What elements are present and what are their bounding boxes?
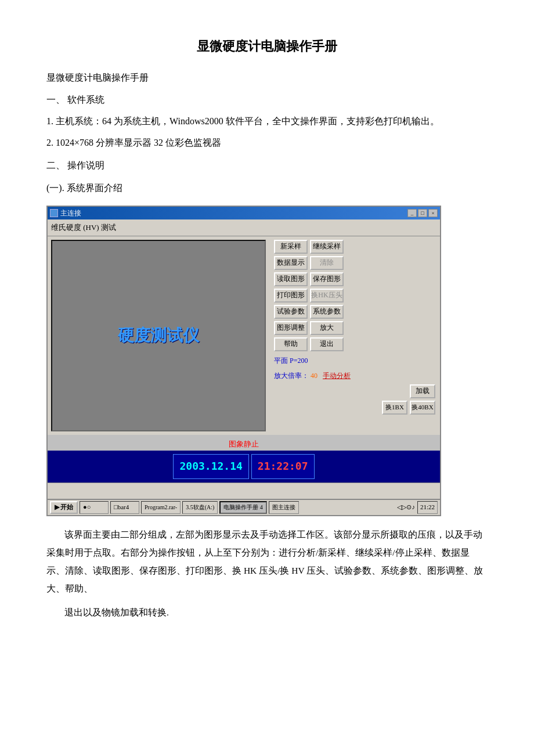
system-params-button[interactable]: 系统参数 <box>310 305 344 319</box>
titlebar-text: 主连接 <box>60 207 81 220</box>
btn-row-load: 加载 <box>274 384 435 398</box>
btn-row-6: 图形调整 放大 <box>274 321 435 335</box>
app-content: 硬度测试仪 新采样 继续采样 数据显示 清除 读取图形 保存图形 打印图形 换H… <box>48 236 440 435</box>
app-title-text: 维氏硬度 (HV) 测试 <box>51 223 116 232</box>
test-params-button[interactable]: 试验参数 <box>274 305 308 319</box>
app-menubar: 维氏硬度 (HV) 测试 <box>48 219 440 236</box>
subsection1-heading: (一). 系统界面介绍 <box>46 180 488 197</box>
intro-text: 显微硬度计电脑操作手册 <box>46 70 488 87</box>
start-button[interactable]: ▶ 开始 <box>50 501 78 514</box>
maximize-button[interactable]: □ <box>418 209 427 217</box>
section1-heading: 一、 软件系统 <box>46 92 488 109</box>
magnification-label: 放大倍率： <box>274 372 309 380</box>
new-sample-button[interactable]: 新采样 <box>274 240 308 254</box>
taskbar-item-manual[interactable]: 电脑操作手册 4 <box>219 501 267 514</box>
plane-status: 平面 P=200 <box>274 357 308 365</box>
load-button[interactable]: 加载 <box>410 384 435 398</box>
btn-row-1: 新采样 继续采样 <box>274 240 435 254</box>
manual-analysis-link[interactable]: 手动分析 <box>323 372 351 380</box>
title-icon <box>50 209 58 217</box>
titlebar-left: 主连接 <box>50 207 81 220</box>
description-para1: 该界面主要由二部分组成，左部为图形显示去及手动选择工作区。该部分显示所摄取的压痕… <box>46 525 488 597</box>
clear-button[interactable]: 清除 <box>310 256 344 270</box>
print-image-button[interactable]: 打印图形 <box>274 289 308 303</box>
item2-text: 2. 1024×768 分辨率显示器 32 位彩色监视器 <box>46 135 488 152</box>
screenshot-container: 主连接 _ □ × 维氏硬度 (HV) 测试 硬度测试仪 新采样 继续采样 数据… <box>46 206 441 516</box>
taskbar-icons: ◁▷⊙♪ <box>397 502 415 513</box>
status-line-1: 平面 P=200 <box>274 355 435 368</box>
image-panel: 硬度测试仪 <box>51 240 266 431</box>
win-controls[interactable]: _ □ × <box>407 209 438 217</box>
taskbar-item-bar4[interactable]: □bar4 <box>110 501 139 514</box>
bottom-strip <box>48 483 440 499</box>
save-image-button[interactable]: 保存图形 <box>310 272 344 286</box>
read-image-button[interactable]: 读取图形 <box>274 272 308 286</box>
time-display: 21:22:07 <box>251 454 315 478</box>
item1-number: 1. <box>46 116 53 126</box>
status-line-2: 放大倍率： 40 手动分析 <box>274 370 435 383</box>
close-button[interactable]: × <box>428 209 438 217</box>
continue-sample-button[interactable]: 继续采样 <box>310 240 344 254</box>
btn-row-7: 帮助 退出 <box>274 337 435 351</box>
btn-row-3: 读取图形 保存图形 <box>274 272 435 286</box>
start-icon: ▶ <box>55 502 59 513</box>
switch-40bx-button[interactable]: 换40BX <box>410 401 435 415</box>
image-adjust-button[interactable]: 图形调整 <box>274 321 308 335</box>
item1-text: 1. 主机系统：64 为系统主机，Windows2000 软件平台，全中文操作界… <box>46 113 488 130</box>
item2-content: 1024×768 分辨率显示器 32 位彩色监视器 <box>56 138 221 147</box>
item1-content: 主机系统：64 为系统主机，Windows2000 软件平台，全中文操作界面，支… <box>56 116 439 126</box>
minimize-button[interactable]: _ <box>407 209 417 217</box>
section2-heading: 二、 操作说明 <box>46 157 488 174</box>
taskbar-item-main[interactable]: 图主连接 <box>269 501 299 514</box>
datetime-bar: 2003.12.14 21:22:07 <box>48 451 440 482</box>
image-status-label: 图象静止 <box>48 437 440 451</box>
help-button[interactable]: 帮助 <box>274 337 308 351</box>
description-para2: 退出以及物镜加载和转换. <box>46 603 488 621</box>
date-display: 2003.12.14 <box>173 454 248 478</box>
page-title: 显微硬度计电脑操作手册 <box>46 35 488 58</box>
switch-1bx-button[interactable]: 换1BX <box>382 401 407 415</box>
start-label: 开始 <box>60 502 73 513</box>
taskbar: ▶ 开始 ●○ □bar4 Program2.rar- 3.5软盘(A:) 电脑… <box>48 499 440 515</box>
taskbar-clock: 21:22 <box>417 501 438 514</box>
hardness-tester-label: 硬度测试仪 <box>118 321 199 350</box>
taskbar-item-0[interactable]: ●○ <box>80 501 109 514</box>
btn-row-2: 数据显示 清除 <box>274 256 435 270</box>
taskbar-item-disk[interactable]: 3.5软盘(A:) <box>182 501 218 514</box>
magnification-value: 40 <box>311 372 317 380</box>
zoom-button[interactable]: 放大 <box>310 321 344 335</box>
win-titlebar: 主连接 _ □ × <box>48 207 440 219</box>
data-display-button[interactable]: 数据显示 <box>274 256 308 270</box>
change-hk-button[interactable]: 换HK压头 <box>310 289 344 303</box>
btn-row-4: 打印图形 换HK压头 <box>274 289 435 303</box>
taskbar-right: ◁▷⊙♪ 21:22 <box>397 501 438 514</box>
btn-row-lens: 换1BX 换40BX <box>274 401 435 415</box>
exit-button[interactable]: 退出 <box>310 337 344 351</box>
right-control-panel: 新采样 继续采样 数据显示 清除 读取图形 保存图形 打印图形 换HK压头 试验… <box>269 236 440 435</box>
taskbar-item-program[interactable]: Program2.rar- <box>141 501 181 514</box>
item2-number: 2. <box>46 138 53 147</box>
btn-row-5: 试验参数 系统参数 <box>274 305 435 319</box>
